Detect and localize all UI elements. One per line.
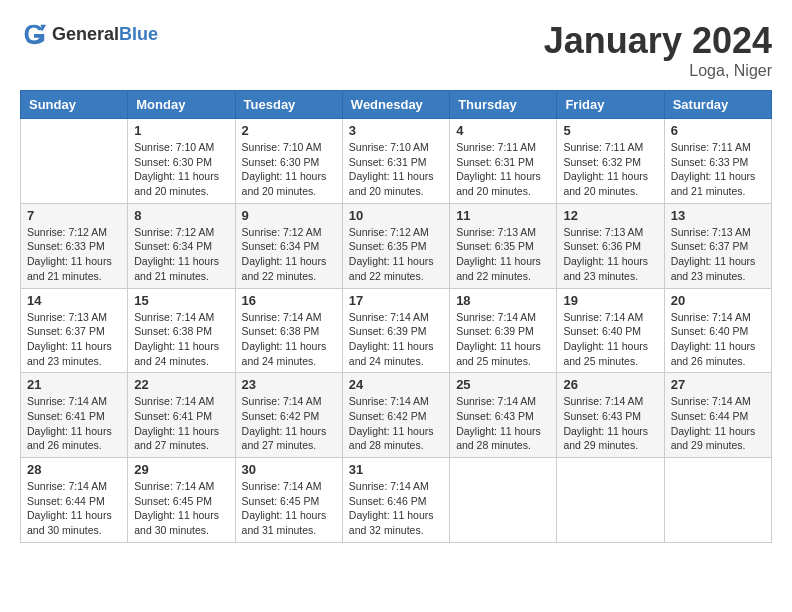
calendar-cell: 4 Sunrise: 7:11 AM Sunset: 6:31 PM Dayli… bbox=[450, 119, 557, 204]
logo: GeneralBlue bbox=[20, 20, 158, 48]
sunset: Sunset: 6:41 PM bbox=[134, 410, 212, 422]
calendar-cell: 13 Sunrise: 7:13 AM Sunset: 6:37 PM Dayl… bbox=[664, 203, 771, 288]
calendar-cell: 17 Sunrise: 7:14 AM Sunset: 6:39 PM Dayl… bbox=[342, 288, 449, 373]
day-number: 13 bbox=[671, 208, 765, 223]
sunrise: Sunrise: 7:14 AM bbox=[563, 311, 643, 323]
sunset: Sunset: 6:42 PM bbox=[349, 410, 427, 422]
sunrise: Sunrise: 7:14 AM bbox=[349, 395, 429, 407]
sunset: Sunset: 6:37 PM bbox=[27, 325, 105, 337]
day-number: 29 bbox=[134, 462, 228, 477]
calendar-cell: 24 Sunrise: 7:14 AM Sunset: 6:42 PM Dayl… bbox=[342, 373, 449, 458]
daylight: Daylight: 11 hours and 23 minutes. bbox=[27, 340, 112, 367]
sunrise: Sunrise: 7:14 AM bbox=[27, 480, 107, 492]
day-info: Sunrise: 7:12 AM Sunset: 6:35 PM Dayligh… bbox=[349, 225, 443, 284]
day-info: Sunrise: 7:13 AM Sunset: 6:35 PM Dayligh… bbox=[456, 225, 550, 284]
day-info: Sunrise: 7:14 AM Sunset: 6:45 PM Dayligh… bbox=[242, 479, 336, 538]
daylight: Daylight: 11 hours and 30 minutes. bbox=[134, 509, 219, 536]
day-info: Sunrise: 7:10 AM Sunset: 6:30 PM Dayligh… bbox=[134, 140, 228, 199]
day-number: 7 bbox=[27, 208, 121, 223]
day-info: Sunrise: 7:14 AM Sunset: 6:40 PM Dayligh… bbox=[563, 310, 657, 369]
sunset: Sunset: 6:34 PM bbox=[134, 240, 212, 252]
calendar-body: 1 Sunrise: 7:10 AM Sunset: 6:30 PM Dayli… bbox=[21, 119, 772, 543]
calendar-cell: 28 Sunrise: 7:14 AM Sunset: 6:44 PM Dayl… bbox=[21, 458, 128, 543]
weekday-header: Saturday bbox=[664, 91, 771, 119]
calendar-cell: 20 Sunrise: 7:14 AM Sunset: 6:40 PM Dayl… bbox=[664, 288, 771, 373]
day-info: Sunrise: 7:14 AM Sunset: 6:38 PM Dayligh… bbox=[134, 310, 228, 369]
day-info: Sunrise: 7:12 AM Sunset: 6:33 PM Dayligh… bbox=[27, 225, 121, 284]
daylight: Daylight: 11 hours and 24 minutes. bbox=[349, 340, 434, 367]
daylight: Daylight: 11 hours and 31 minutes. bbox=[242, 509, 327, 536]
sunset: Sunset: 6:44 PM bbox=[671, 410, 749, 422]
daylight: Daylight: 11 hours and 24 minutes. bbox=[134, 340, 219, 367]
day-number: 16 bbox=[242, 293, 336, 308]
calendar-cell: 31 Sunrise: 7:14 AM Sunset: 6:46 PM Dayl… bbox=[342, 458, 449, 543]
sunset: Sunset: 6:35 PM bbox=[456, 240, 534, 252]
sunrise: Sunrise: 7:10 AM bbox=[242, 141, 322, 153]
weekday-header: Tuesday bbox=[235, 91, 342, 119]
day-number: 26 bbox=[563, 377, 657, 392]
calendar-cell: 14 Sunrise: 7:13 AM Sunset: 6:37 PM Dayl… bbox=[21, 288, 128, 373]
daylight: Daylight: 11 hours and 22 minutes. bbox=[349, 255, 434, 282]
day-number: 19 bbox=[563, 293, 657, 308]
daylight: Daylight: 11 hours and 20 minutes. bbox=[134, 170, 219, 197]
sunset: Sunset: 6:35 PM bbox=[349, 240, 427, 252]
calendar-cell: 12 Sunrise: 7:13 AM Sunset: 6:36 PM Dayl… bbox=[557, 203, 664, 288]
day-number: 21 bbox=[27, 377, 121, 392]
calendar-cell: 1 Sunrise: 7:10 AM Sunset: 6:30 PM Dayli… bbox=[128, 119, 235, 204]
day-number: 23 bbox=[242, 377, 336, 392]
logo-blue: Blue bbox=[119, 24, 158, 44]
calendar-cell: 10 Sunrise: 7:12 AM Sunset: 6:35 PM Dayl… bbox=[342, 203, 449, 288]
logo-icon bbox=[20, 20, 48, 48]
sunset: Sunset: 6:37 PM bbox=[671, 240, 749, 252]
sunset: Sunset: 6:38 PM bbox=[242, 325, 320, 337]
daylight: Daylight: 11 hours and 20 minutes. bbox=[242, 170, 327, 197]
daylight: Daylight: 11 hours and 27 minutes. bbox=[134, 425, 219, 452]
daylight: Daylight: 11 hours and 32 minutes. bbox=[349, 509, 434, 536]
day-number: 3 bbox=[349, 123, 443, 138]
day-number: 25 bbox=[456, 377, 550, 392]
sunrise: Sunrise: 7:11 AM bbox=[456, 141, 536, 153]
day-number: 28 bbox=[27, 462, 121, 477]
sunrise: Sunrise: 7:14 AM bbox=[27, 395, 107, 407]
sunrise: Sunrise: 7:14 AM bbox=[349, 480, 429, 492]
sunset: Sunset: 6:43 PM bbox=[456, 410, 534, 422]
weekday-header: Friday bbox=[557, 91, 664, 119]
calendar-week-row: 1 Sunrise: 7:10 AM Sunset: 6:30 PM Dayli… bbox=[21, 119, 772, 204]
weekday-header: Wednesday bbox=[342, 91, 449, 119]
calendar-cell: 5 Sunrise: 7:11 AM Sunset: 6:32 PM Dayli… bbox=[557, 119, 664, 204]
sunrise: Sunrise: 7:14 AM bbox=[242, 480, 322, 492]
sunset: Sunset: 6:30 PM bbox=[242, 156, 320, 168]
sunrise: Sunrise: 7:13 AM bbox=[27, 311, 107, 323]
calendar-cell: 18 Sunrise: 7:14 AM Sunset: 6:39 PM Dayl… bbox=[450, 288, 557, 373]
day-number: 8 bbox=[134, 208, 228, 223]
month-title: January 2024 bbox=[544, 20, 772, 62]
sunset: Sunset: 6:44 PM bbox=[27, 495, 105, 507]
calendar-cell: 8 Sunrise: 7:12 AM Sunset: 6:34 PM Dayli… bbox=[128, 203, 235, 288]
calendar-cell bbox=[450, 458, 557, 543]
day-info: Sunrise: 7:14 AM Sunset: 6:42 PM Dayligh… bbox=[242, 394, 336, 453]
page-header: GeneralBlue January 2024 Loga, Niger bbox=[20, 20, 772, 80]
calendar-cell: 9 Sunrise: 7:12 AM Sunset: 6:34 PM Dayli… bbox=[235, 203, 342, 288]
day-number: 14 bbox=[27, 293, 121, 308]
day-number: 2 bbox=[242, 123, 336, 138]
daylight: Daylight: 11 hours and 25 minutes. bbox=[456, 340, 541, 367]
day-info: Sunrise: 7:11 AM Sunset: 6:31 PM Dayligh… bbox=[456, 140, 550, 199]
day-info: Sunrise: 7:11 AM Sunset: 6:33 PM Dayligh… bbox=[671, 140, 765, 199]
day-info: Sunrise: 7:14 AM Sunset: 6:40 PM Dayligh… bbox=[671, 310, 765, 369]
sunrise: Sunrise: 7:14 AM bbox=[242, 311, 322, 323]
sunrise: Sunrise: 7:11 AM bbox=[671, 141, 751, 153]
calendar-table: SundayMondayTuesdayWednesdayThursdayFrid… bbox=[20, 90, 772, 543]
calendar-week-row: 14 Sunrise: 7:13 AM Sunset: 6:37 PM Dayl… bbox=[21, 288, 772, 373]
sunrise: Sunrise: 7:14 AM bbox=[563, 395, 643, 407]
day-info: Sunrise: 7:14 AM Sunset: 6:43 PM Dayligh… bbox=[563, 394, 657, 453]
calendar-cell: 3 Sunrise: 7:10 AM Sunset: 6:31 PM Dayli… bbox=[342, 119, 449, 204]
sunrise: Sunrise: 7:14 AM bbox=[349, 311, 429, 323]
sunset: Sunset: 6:33 PM bbox=[671, 156, 749, 168]
day-number: 9 bbox=[242, 208, 336, 223]
sunset: Sunset: 6:43 PM bbox=[563, 410, 641, 422]
sunset: Sunset: 6:45 PM bbox=[134, 495, 212, 507]
sunrise: Sunrise: 7:14 AM bbox=[671, 311, 751, 323]
day-info: Sunrise: 7:10 AM Sunset: 6:31 PM Dayligh… bbox=[349, 140, 443, 199]
daylight: Daylight: 11 hours and 20 minutes. bbox=[456, 170, 541, 197]
daylight: Daylight: 11 hours and 20 minutes. bbox=[349, 170, 434, 197]
